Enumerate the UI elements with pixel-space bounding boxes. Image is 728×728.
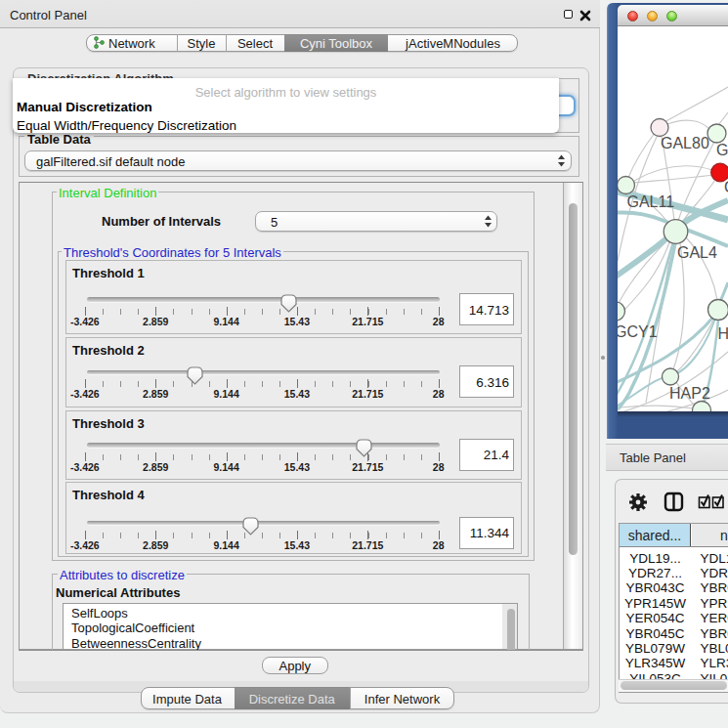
svg-text:GAL11: GAL11 <box>627 193 675 210</box>
svg-text:H: H <box>718 325 728 342</box>
svg-text:GA: GA <box>716 142 728 158</box>
svg-text:C: C <box>724 179 728 195</box>
svg-text:GAL4: GAL4 <box>677 244 717 261</box>
svg-text:GAL80: GAL80 <box>661 135 709 151</box>
svg-text:GCY1: GCY1 <box>618 323 658 340</box>
svg-text:HAP2: HAP2 <box>669 385 710 402</box>
